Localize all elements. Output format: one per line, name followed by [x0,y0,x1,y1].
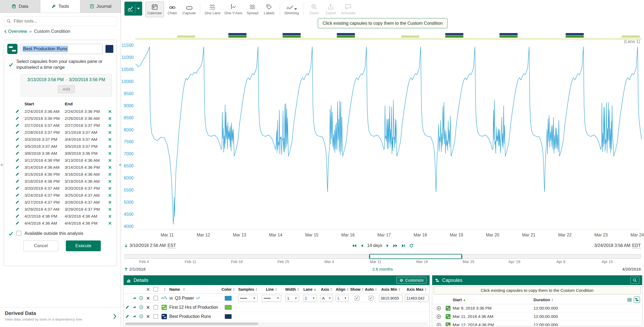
collapse-sidebar-handle[interactable]: « [119,161,122,168]
details-row[interactable]: WQ3 Power▼▼1▼1▼A▼L▼✓✓3815.905511483.042 [124,294,430,303]
edit-capsule-button[interactable] [15,214,24,218]
edit-capsule-button[interactable] [15,165,24,169]
add-capsule-icon[interactable] [434,323,443,326]
capsule-list-row[interactable]: Mar 11, 2018 4:36 AM12:00:00.000 [432,312,642,321]
toolbar-button-labels[interactable]: Labels [261,2,277,17]
toolbar-button-export[interactable]: Export [323,2,339,17]
filter-tools-search[interactable] [4,16,117,26]
row-checkbox[interactable] [153,314,158,319]
step-forward-icon[interactable] [386,244,389,247]
step-duration-label[interactable]: 14 days [367,243,382,248]
filter-tools-input[interactable] [14,19,114,24]
axis-select[interactable]: A▼ [320,295,333,302]
remove-capsule-button[interactable] [106,201,113,204]
timezone-start[interactable]: EST [167,243,176,248]
step-forward-full-icon[interactable] [393,244,398,247]
toolbar-button-chain[interactable]: Chain [164,2,181,17]
timezone-end[interactable]: EDT [632,243,641,248]
edit-capsule-button[interactable] [15,144,24,148]
toolbar-button-annotate[interactable]: Annotate [339,2,357,17]
details-column-axis-min[interactable]: Axis Min▲▼ [378,287,404,292]
tab-tools[interactable]: Tools [40,0,81,13]
toolbar-button-dimming[interactable]: Dimming [282,2,300,17]
toolbar-button-spread[interactable]: Spread [244,2,261,17]
toolbar-button-calendar[interactable]: Calendar [145,2,164,17]
edit-capsule-button[interactable] [15,221,24,225]
sort-icon[interactable]: ▲▼ [275,288,277,291]
details-column-lane[interactable]: Lane▲ [301,287,319,292]
info-icon[interactable] [138,314,145,318]
align-select[interactable]: L▼ [336,295,349,302]
x-axis-labels[interactable]: Mar 11Mar 12Mar 13Mar 14Mar 15Mar 16Mar … [161,233,644,237]
remove-icon[interactable] [145,297,152,300]
sort-icon[interactable]: ▲▼ [362,288,364,291]
capsule-time-toggle-icon[interactable] [634,297,640,303]
edit-capsule-button[interactable] [15,130,24,134]
capsules-search-button[interactable] [630,277,639,284]
remove-icon[interactable] [145,315,152,318]
capsule-list-row[interactable]: Mar 12, 2018 4:36 PM12:00:00.000 [432,321,642,326]
step-to-end-icon[interactable] [402,244,405,247]
details-column-samples[interactable]: Samples▲▼ [236,287,260,292]
available-checkbox[interactable] [16,231,21,236]
view-selector-button[interactable] [124,2,142,16]
sort-icon[interactable]: ▲▼ [330,288,332,291]
edit-capsule-button[interactable] [15,179,24,183]
sort-icon[interactable]: ▲▼ [375,288,377,291]
row-checkbox[interactable] [153,296,158,300]
details-column-axis[interactable]: Axis▲▼ [319,287,334,292]
refresh-icon[interactable] [409,243,413,248]
sort-icon[interactable]: ▲▼ [183,288,185,291]
show-checkbox[interactable]: ✓ [355,296,359,300]
step-back-full-icon[interactable] [352,244,356,247]
condition-color-swatch[interactable] [105,45,113,53]
remove-capsule-button[interactable] [106,152,113,155]
edit-capsule-button[interactable] [15,200,24,204]
sort-icon[interactable]: ▲▼ [398,288,400,291]
trend-chart[interactable]: 1150011000105001000095009000850080007500… [121,25,644,241]
remove-capsule-button[interactable] [106,159,113,162]
edit-capsule-button[interactable] [15,137,24,141]
color-swatch[interactable] [225,296,232,301]
details-column-name[interactable]: Name▲▼ [169,287,220,292]
sort-icon[interactable]: ▲▼ [424,288,427,291]
sort-icon[interactable]: ▲▼ [164,288,166,291]
edit-capsule-button[interactable] [15,186,24,190]
row-checkbox[interactable] [153,305,158,310]
details-column-line[interactable]: Line▲▼ [260,287,283,292]
edit-capsule-button[interactable] [15,172,24,176]
sort-icon[interactable]: ▲▼ [233,288,235,291]
selection-duration-label[interactable]: 2.6 months [372,267,393,272]
remove-capsule-button[interactable] [106,124,113,127]
toolbar-button-capsule[interactable]: Capsule [181,2,198,17]
tab-data[interactable]: Data [0,0,40,13]
cancel-button[interactable]: Cancel [23,240,58,251]
edit-capsule-button[interactable] [15,151,24,155]
details-row[interactable]: First 12 Hrs of Production [124,303,430,312]
line-style-select[interactable]: ▼ [262,295,281,302]
breadcrumb-overview-link[interactable]: Overview [4,29,27,34]
edit-item-button[interactable] [124,305,131,309]
collapse-left-handle[interactable]: « [0,161,3,168]
y-axis-labels[interactable]: 1150011000105001000095009000850080007500… [121,43,134,229]
remove-capsule-button[interactable] [106,131,113,134]
remove-capsule-button[interactable] [106,138,113,141]
details-column-width[interactable]: Width▲▼ [283,287,301,292]
range-selection-window[interactable] [369,254,462,259]
sort-icon[interactable]: ▲▼ [346,288,349,291]
remove-capsule-button[interactable] [106,173,113,176]
add-capsule-icon[interactable] [434,306,443,311]
step-back-icon[interactable] [360,244,363,247]
remove-capsule-button[interactable] [106,208,113,211]
remove-capsule-button[interactable] [106,110,113,113]
sort-icon[interactable]: ▲▼ [551,298,553,302]
derived-data-section[interactable]: Derived Data View data created by tools … [0,307,121,327]
sort-icon[interactable]: ▲▼ [255,288,257,291]
remove-capsule-button[interactable] [106,166,113,169]
capsule-list-row[interactable]: Mar 9, 2018 3:36 PM12:00:00.000 [432,304,642,312]
samples-style-select[interactable]: ▼ [238,295,257,302]
lane-select[interactable]: 1▼ [303,295,317,302]
add-capsule-icon[interactable] [434,314,443,319]
customize-button[interactable]: Customize [396,277,427,284]
item-name[interactable]: WQ3 Power [169,296,220,301]
